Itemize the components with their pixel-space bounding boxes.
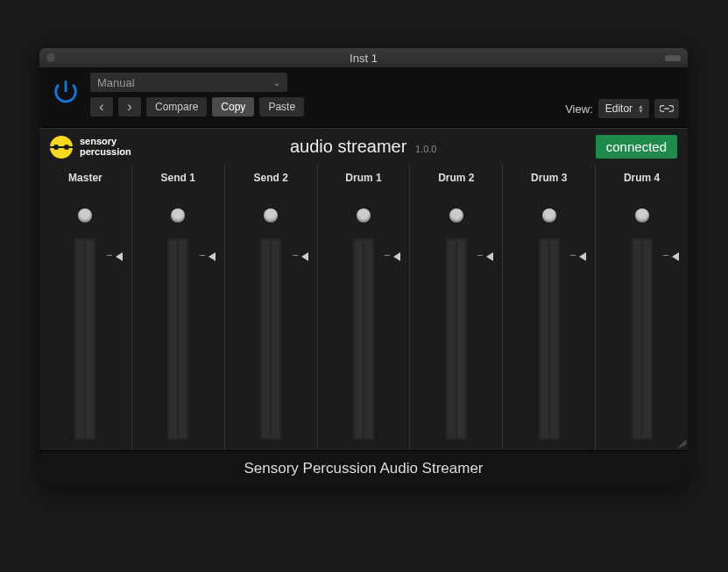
fader-thumb-icon[interactable] <box>301 252 308 261</box>
host-toolbar: Manual ⌄ ‹ › Compare Copy Paste View: Ed… <box>39 67 688 128</box>
prev-preset-button[interactable]: ‹ <box>90 97 113 117</box>
fader[interactable] <box>132 238 224 440</box>
connection-status-badge: connected <box>596 135 677 159</box>
chevron-right-icon: › <box>127 99 131 115</box>
level-meter <box>353 238 374 440</box>
plugin-header: sensory percussion audio streamer 1.0.0 … <box>39 128 688 165</box>
channel-label: Drum 2 <box>438 172 474 184</box>
chevron-down-icon: ⌄ <box>273 78 280 88</box>
zero-tick <box>477 255 483 256</box>
level-meter <box>260 238 281 440</box>
link-icon <box>660 103 674 114</box>
power-icon <box>51 77 81 107</box>
fader-thumb-icon[interactable] <box>486 252 493 261</box>
plugin-window: Inst 1 Manual ⌄ ‹ › Comp <box>39 48 688 488</box>
pan-knob[interactable] <box>357 208 371 222</box>
window-pill-icon <box>665 55 681 61</box>
fader-thumb-icon[interactable] <box>672 252 679 261</box>
resize-grip-icon[interactable] <box>673 435 685 448</box>
next-preset-button[interactable]: › <box>118 97 141 117</box>
pan-knob[interactable] <box>264 208 278 222</box>
channel-strip: Master <box>39 165 132 450</box>
preset-select[interactable]: Manual ⌄ <box>90 73 287 92</box>
brand-logo-icon <box>50 136 73 159</box>
channel-strip: Send 2 <box>225 165 318 450</box>
zero-tick <box>200 255 205 256</box>
pan-knob[interactable] <box>171 208 185 222</box>
brand-logo: sensory percussion <box>50 136 131 159</box>
compare-button[interactable]: Compare <box>146 97 207 117</box>
brand-line2: percussion <box>80 147 131 158</box>
channel-label: Drum 3 <box>531 172 567 184</box>
preset-value: Manual <box>97 76 135 89</box>
channel-strip: Drum 2 <box>410 165 503 450</box>
level-meter <box>74 238 95 440</box>
level-meter <box>446 238 467 440</box>
fader[interactable] <box>39 238 131 440</box>
channel-strip: Send 1 <box>132 165 225 450</box>
plugin-footer: Sensory Percussion Audio Streamer <box>39 450 688 488</box>
window-titlebar[interactable]: Inst 1 <box>39 48 688 67</box>
pan-knob[interactable] <box>449 208 463 222</box>
fader-thumb-icon[interactable] <box>209 252 216 261</box>
zero-tick <box>293 255 298 256</box>
pan-knob[interactable] <box>542 208 556 222</box>
zero-tick <box>663 255 668 256</box>
plugin-title: audio streamer 1.0.0 <box>131 137 596 157</box>
plugin-version: 1.0.0 <box>415 144 436 154</box>
fader[interactable] <box>596 238 688 440</box>
brand-line1: sensory <box>80 137 131 147</box>
level-meter <box>539 238 560 440</box>
fader[interactable] <box>225 238 317 440</box>
copy-button[interactable]: Copy <box>212 97 254 117</box>
level-meter <box>167 238 188 440</box>
channel-strip: Drum 3 <box>503 165 596 450</box>
fader[interactable] <box>318 238 410 440</box>
pan-knob[interactable] <box>635 208 649 222</box>
zero-tick <box>570 255 576 256</box>
level-meter <box>632 238 653 440</box>
zero-tick <box>385 255 390 256</box>
channel-label: Send 2 <box>253 172 287 184</box>
channel-strip-container: Master Send 1 Send 2 <box>39 165 688 450</box>
brand-logo-text: sensory percussion <box>80 137 131 157</box>
fader-thumb-icon[interactable] <box>579 252 586 261</box>
fader[interactable] <box>503 238 595 440</box>
paste-button[interactable]: Paste <box>259 97 304 117</box>
plugin-title-text: audio streamer <box>290 137 406 156</box>
chevron-left-icon: ‹ <box>99 99 103 115</box>
view-label: View: <box>565 102 593 116</box>
channel-label: Drum 1 <box>345 172 381 184</box>
zero-tick <box>107 255 112 256</box>
fader-thumb-icon[interactable] <box>116 252 123 261</box>
window-title: Inst 1 <box>39 52 688 65</box>
updown-icon: ▲▼ <box>638 104 644 113</box>
view-value: Editor <box>605 102 633 115</box>
channel-strip: Drum 4 <box>596 165 688 450</box>
channel-label: Drum 4 <box>624 172 660 184</box>
channel-strip: Drum 1 <box>318 165 411 450</box>
fader[interactable] <box>410 238 502 440</box>
power-button[interactable] <box>48 74 83 109</box>
fader-thumb-icon[interactable] <box>393 252 400 261</box>
pan-knob[interactable] <box>78 208 92 222</box>
channel-label: Master <box>68 172 102 184</box>
channel-label: Send 1 <box>161 172 195 184</box>
link-button[interactable] <box>654 99 679 118</box>
view-select[interactable]: Editor ▲▼ <box>598 99 649 118</box>
